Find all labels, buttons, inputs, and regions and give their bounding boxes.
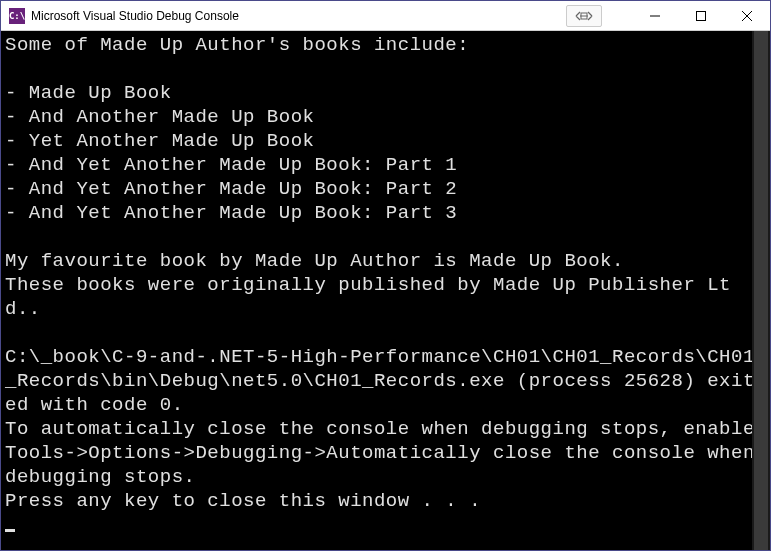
window-controls xyxy=(566,1,770,30)
window-title: Microsoft Visual Studio Debug Console xyxy=(31,9,566,23)
console-line: - Made Up Book xyxy=(5,82,172,104)
console-line: - And Yet Another Made Up Book: Part 3 xyxy=(5,202,457,224)
console-output[interactable]: Some of Made Up Author's books include: … xyxy=(1,31,770,550)
resize-handle-icon[interactable] xyxy=(566,5,602,27)
console-line: - Yet Another Made Up Book xyxy=(5,130,314,152)
console-line: C:\_book\C-9-and-.NET-5-High-Performance… xyxy=(5,346,755,416)
console-line: - And Yet Another Made Up Book: Part 1 xyxy=(5,154,457,176)
titlebar: C:\ Microsoft Visual Studio Debug Consol… xyxy=(1,1,770,31)
cursor-icon xyxy=(5,529,15,532)
svg-rect-2 xyxy=(697,11,706,20)
console-line: My favourite book by Made Up Author is M… xyxy=(5,250,624,272)
console-line: - And Another Made Up Book xyxy=(5,106,314,128)
maximize-button[interactable] xyxy=(678,1,724,31)
scrollbar-thumb[interactable] xyxy=(754,31,768,550)
scrollbar[interactable] xyxy=(752,31,770,550)
console-line: To automatically close the console when … xyxy=(5,418,767,488)
minimize-button[interactable] xyxy=(632,1,678,31)
app-icon: C:\ xyxy=(9,8,25,24)
console-line: - And Yet Another Made Up Book: Part 2 xyxy=(5,178,457,200)
console-line: Press any key to close this window . . . xyxy=(5,490,481,512)
console-line: These books were originally published by… xyxy=(5,274,731,320)
console-line: Some of Made Up Author's books include: xyxy=(5,34,469,56)
close-button[interactable] xyxy=(724,1,770,31)
